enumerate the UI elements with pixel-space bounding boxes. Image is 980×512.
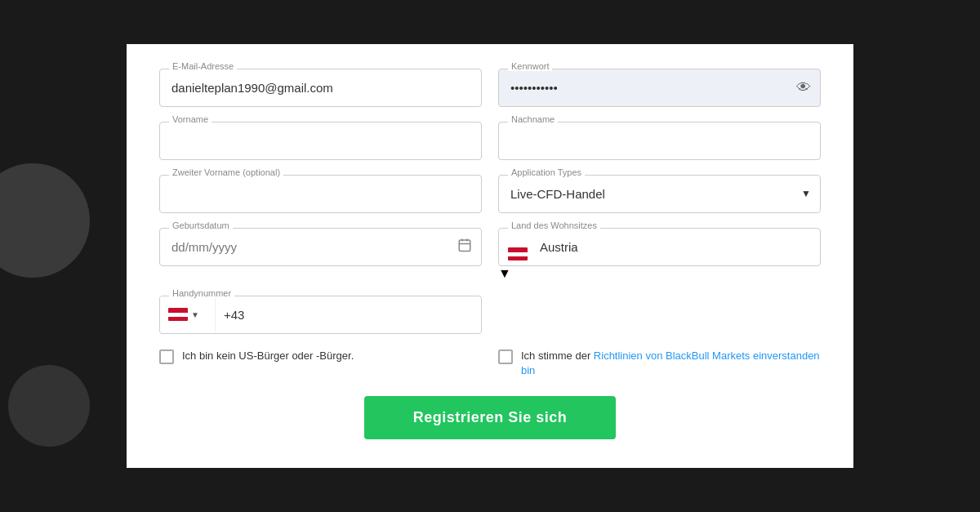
lastname-input[interactable]: [498, 122, 821, 160]
agree-policy-label: Ich stimme der Richtlinien von BlackBull…: [521, 349, 821, 378]
password-label: Kennwort: [508, 61, 552, 71]
phone-wrapper: ▼: [159, 296, 482, 334]
phone-number-input[interactable]: [216, 296, 481, 333]
middlename-input[interactable]: [159, 175, 482, 213]
registration-form: E-Mail-Adresse Kennwort 👁 Vorname Nachna…: [127, 44, 853, 468]
email-label: E-Mail-Adresse: [169, 61, 237, 71]
checkboxes-row: Ich bin kein US-Bürger oder -Bürger. Ich…: [159, 349, 821, 378]
middlename-label: Zweiter Vorname (optional): [169, 167, 283, 177]
birthdate-group: Geburtsdatum: [159, 228, 482, 281]
lastname-label: Nachname: [508, 114, 558, 124]
apptype-select-wrapper: Live-CFD-Handel Demo-Handel ▼: [498, 175, 821, 213]
email-group: E-Mail-Adresse: [159, 69, 482, 107]
firstname-group: Vorname: [159, 122, 482, 160]
password-wrapper: 👁: [498, 69, 821, 107]
firstname-input[interactable]: [159, 122, 482, 160]
phone-country-chevron-icon: ▼: [191, 310, 199, 319]
country-group: Land des Wohnsitzes Austria Germany Swit…: [498, 228, 821, 281]
phone-group: Handynummer ▼: [159, 296, 482, 334]
birthdate-input[interactable]: [159, 228, 482, 266]
country-select-wrapper: Austria Germany Switzerland ▼: [498, 228, 821, 281]
apptype-group: Application Types Live-CFD-Handel Demo-H…: [498, 175, 821, 213]
middlename-group: Zweiter Vorname (optional): [159, 175, 482, 213]
svg-rect-0: [459, 240, 470, 252]
register-button[interactable]: Registrieren Sie sich: [364, 396, 617, 439]
submit-row: Registrieren Sie sich: [159, 396, 821, 439]
bg-right-panel: [853, 0, 980, 512]
phone-row-spacer: [498, 296, 821, 334]
bg-decoration-circle-2: [8, 365, 90, 447]
bg-decoration-circle-1: [0, 163, 90, 278]
calendar-icon[interactable]: [457, 238, 472, 256]
row-names: Vorname Nachname: [159, 122, 821, 160]
phone-country-selector[interactable]: ▼: [160, 296, 216, 332]
not-us-citizen-label: Ich bin kein US-Bürger oder -Bürger.: [182, 349, 354, 363]
phone-label: Handynummer: [169, 288, 234, 298]
phone-flag-stripe-bottom: [168, 317, 188, 321]
toggle-password-icon[interactable]: 👁: [796, 79, 811, 96]
agree-policy-checkbox[interactable]: [498, 349, 513, 364]
row-email-password: E-Mail-Adresse Kennwort 👁: [159, 69, 821, 107]
birthdate-label: Geburtsdatum: [169, 220, 233, 230]
country-label: Land des Wohnsitzes: [508, 220, 600, 230]
row-phone: Handynummer ▼: [159, 296, 821, 334]
country-select[interactable]: Austria Germany Switzerland: [498, 228, 821, 266]
agree-policy-text-part1: Ich stimme der: [521, 349, 594, 362]
email-input[interactable]: [159, 69, 482, 107]
apptype-select[interactable]: Live-CFD-Handel Demo-Handel: [498, 175, 821, 213]
apptype-label: Application Types: [508, 167, 585, 177]
phone-flag-icon: [168, 308, 188, 321]
password-group: Kennwort 👁: [498, 69, 821, 107]
lastname-group: Nachname: [498, 122, 821, 160]
row-birthdate-country: Geburtsdatum Land des Wohnsitzes: [159, 228, 821, 281]
country-chevron-icon: ▼: [498, 266, 511, 280]
checkbox1-group: Ich bin kein US-Bürger oder -Bürger.: [159, 349, 482, 364]
not-us-citizen-checkbox[interactable]: [159, 349, 174, 364]
date-wrapper: [159, 228, 482, 266]
firstname-label: Vorname: [169, 114, 212, 124]
row-middlename-apptype: Zweiter Vorname (optional) Application T…: [159, 175, 821, 213]
password-input[interactable]: [498, 69, 821, 107]
checkbox2-group: Ich stimme der Richtlinien von BlackBull…: [498, 349, 821, 378]
